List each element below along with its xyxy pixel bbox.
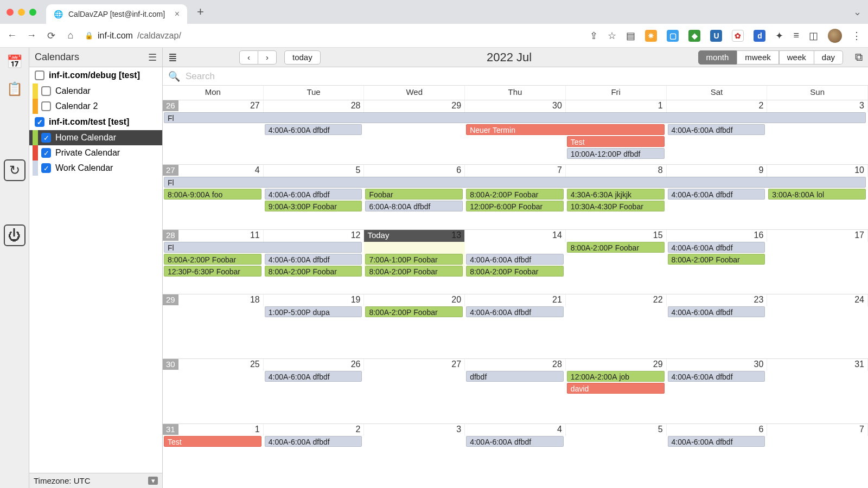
playlist-icon[interactable]: ≡: [793, 30, 799, 41]
day-cell[interactable]: 1128: [163, 230, 264, 242]
calendar-event[interactable]: Fl: [164, 177, 866, 188]
calendar-event[interactable]: 4:00A-6:00Adfbdf: [466, 254, 564, 265]
calendar-event[interactable]: 8:00A-2:00PFoobar: [365, 266, 463, 277]
sidebar-menu-icon[interactable]: ☰: [148, 52, 157, 63]
url-field[interactable]: 🔒 inf-it.com/caldavzap/: [85, 31, 581, 41]
day-cell[interactable]: 30: [667, 359, 768, 371]
home-icon[interactable]: ⌂: [65, 30, 76, 41]
calendar-event[interactable]: 12:00P-6:00PFoobar: [466, 201, 564, 211]
kebab-menu-icon[interactable]: ⋮: [852, 30, 861, 42]
day-cell[interactable]: 2: [264, 424, 365, 436]
sidepanel-icon[interactable]: ◫: [809, 30, 818, 42]
extensions-menu-icon[interactable]: ✦: [775, 30, 783, 42]
day-cell[interactable]: 7: [465, 165, 566, 177]
day-cell[interactable]: 4: [465, 424, 566, 436]
day-cell[interactable]: 20: [364, 294, 465, 306]
calendar-event[interactable]: 4:00A-6:00Adfbdf: [668, 242, 765, 253]
calendar-event[interactable]: Test: [567, 136, 665, 147]
day-cell[interactable]: 17: [767, 230, 868, 242]
calendar-item[interactable]: Calendar: [29, 84, 162, 99]
calendar-item[interactable]: ✓Home Calendar: [29, 130, 162, 145]
back-icon[interactable]: ←: [7, 30, 17, 41]
day-cell[interactable]: 29: [364, 100, 465, 112]
day-cell[interactable]: 22: [566, 294, 667, 306]
day-cell[interactable]: 19: [264, 294, 365, 306]
day-cell[interactable]: 16: [667, 230, 768, 242]
calendar-event[interactable]: 4:00A-6:00Adfbdf: [668, 124, 765, 135]
view-button-week[interactable]: week: [779, 50, 814, 65]
window-close-button[interactable]: [7, 9, 14, 16]
share-icon[interactable]: ⇪: [590, 30, 598, 42]
day-cell[interactable]: 28: [465, 359, 566, 371]
day-cell[interactable]: 5: [566, 424, 667, 436]
calendar-event[interactable]: 6:00A-8:00Adfbdf: [365, 201, 463, 211]
rail-power-icon[interactable]: ⏻: [4, 224, 25, 246]
day-cell[interactable]: 427: [163, 165, 264, 177]
checkbox[interactable]: ✓: [35, 117, 44, 127]
forward-icon[interactable]: →: [26, 30, 37, 41]
calendar-event[interactable]: 4:00A-6:00Adfbdf: [668, 371, 765, 382]
calendar-event[interactable]: 4:00A-6:00Adfbdf: [668, 306, 765, 317]
window-minimize-button[interactable]: [18, 9, 25, 16]
calendar-event[interactable]: 4:00A-6:00Adfbdf: [668, 436, 765, 447]
calendar-event[interactable]: 10:30A-4:30PFoobar: [567, 201, 665, 211]
extension-icon[interactable]: ✷: [645, 30, 657, 42]
calendar-event[interactable]: 7:00A-1:00PFoobar: [365, 254, 463, 265]
calendar-event[interactable]: 8:00A-2:00PFoobar: [265, 266, 362, 277]
day-cell[interactable]: 2530: [163, 359, 264, 371]
calendar-event[interactable]: 12:30P-6:30PFoobar: [164, 266, 261, 277]
calendar-event[interactable]: 8:00A-2:00PFoobar: [567, 242, 665, 253]
day-cell[interactable]: 8: [566, 165, 667, 177]
day-cell[interactable]: 131: [163, 424, 264, 436]
reload-icon[interactable]: ⟳: [46, 30, 56, 42]
calendar-event[interactable]: Foobar: [365, 189, 463, 200]
prev-button[interactable]: ‹: [239, 50, 258, 65]
day-cell[interactable]: 23: [667, 294, 768, 306]
extension-icon[interactable]: d: [754, 30, 765, 42]
calendar-event[interactable]: Neuer Termin: [466, 124, 664, 135]
checkbox[interactable]: ✓: [41, 148, 51, 158]
extension-icon[interactable]: U: [710, 30, 722, 42]
calendar-group-header[interactable]: inf-it.com/debug [test]: [29, 67, 162, 84]
calendar-event[interactable]: 8:00A-2:00PFoobar: [164, 254, 261, 265]
calendar-event[interactable]: 4:00A-6:00Adfbdf: [265, 124, 362, 135]
day-cell[interactable]: 27: [364, 359, 465, 371]
calendar-event[interactable]: 4:00A-6:00Adfbdf: [265, 189, 362, 200]
rail-todo-icon[interactable]: 📋: [4, 78, 25, 100]
calendar-event[interactable]: Test: [164, 436, 261, 447]
day-cell[interactable]: 5: [264, 165, 365, 177]
calendar-event[interactable]: dfbdf: [466, 371, 564, 382]
calendar-event[interactable]: 8:00A-2:00PFoobar: [365, 306, 463, 317]
day-cell[interactable]: 29: [566, 359, 667, 371]
calendar-event[interactable]: 3:00A-8:00Alol: [768, 189, 866, 200]
view-button-day[interactable]: day: [814, 50, 843, 65]
checkbox[interactable]: [41, 101, 51, 111]
day-cell[interactable]: 30: [465, 100, 566, 112]
new-tab-button[interactable]: +: [193, 5, 208, 19]
close-tab-icon[interactable]: ×: [175, 9, 180, 19]
day-cell[interactable]: 21: [465, 294, 566, 306]
checkbox[interactable]: ✓: [41, 163, 51, 173]
day-cell[interactable]: 26: [264, 359, 365, 371]
extension-icon[interactable]: ▢: [667, 30, 679, 42]
add-calendar-icon[interactable]: ⧉: [851, 51, 863, 63]
calendar-item[interactable]: Calendar 2: [29, 99, 162, 114]
profile-avatar[interactable]: [828, 29, 842, 43]
day-cell[interactable]: 9: [667, 165, 768, 177]
day-cell[interactable]: 24: [767, 294, 868, 306]
calendar-event[interactable]: Fl: [164, 242, 362, 253]
view-button-mweek[interactable]: mweek: [737, 50, 779, 65]
calendar-event[interactable]: 8:00A-2:00PFoobar: [466, 189, 564, 200]
timezone-selector[interactable]: Timezone: UTC ▾: [29, 473, 162, 488]
search-input[interactable]: [186, 71, 863, 82]
calendar-event[interactable]: david: [567, 383, 665, 394]
day-cell[interactable]: 31: [767, 359, 868, 371]
day-cell[interactable]: 3: [364, 424, 465, 436]
rail-calendar-icon[interactable]: 📅: [4, 51, 25, 73]
day-cell[interactable]: 1: [566, 100, 667, 112]
window-maximize-button[interactable]: [29, 9, 36, 16]
calendar-group-header[interactable]: ✓inf-it.com/test [test]: [29, 114, 162, 130]
bookmark-icon[interactable]: ☆: [608, 30, 616, 42]
day-cell[interactable]: 2: [667, 100, 768, 112]
list-view-icon[interactable]: ≣: [168, 51, 177, 64]
